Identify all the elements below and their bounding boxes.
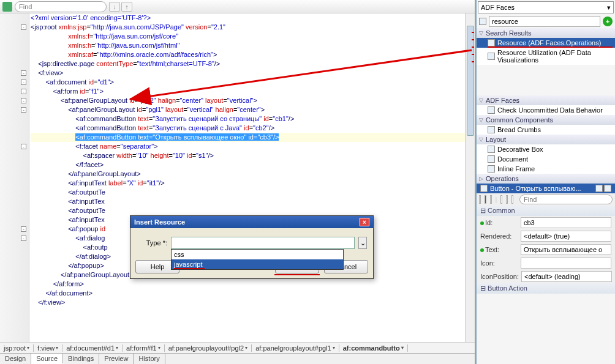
layout-header[interactable]: ▽Layout [477,135,615,144]
code-line[interactable]: <af:commandButton text="Открыть всплываю… [31,133,465,142]
code-line[interactable]: xmlns:h="http://java.sun.com/jsf/html" [31,41,465,50]
code-line[interactable]: <af:commandButton text="Запустить сценар… [31,124,465,133]
palette-item[interactable]: Bread Crumbs [477,125,615,135]
palette-item[interactable]: Resource Utilization (ADF Data Visualiza… [477,48,615,65]
code-line[interactable]: </f:view> [31,298,465,307]
tool-icon[interactable] [479,195,481,204]
code-editor[interactable]: --------- <?xml version='1.0' encoding='… [0,13,475,342]
palette-item[interactable]: Check Uncommitted Data Behavior [477,105,615,115]
code-line[interactable]: <af:outputTe [31,188,465,197]
structure-breadcrumb[interactable]: jsp:root ▾f:view ▾af:document#d1 ▾af:for… [0,342,475,353]
bottom-tab-source[interactable]: Source [31,354,63,364]
dropdown-option[interactable]: css [172,250,343,259]
property-label: Text: [480,246,518,253]
component-icon [488,39,495,46]
close-icon[interactable]: × [360,218,369,226]
code-line[interactable]: <af:outputTe [31,206,465,215]
button-action-group-header[interactable]: ⊟ Button Action [477,283,615,294]
code-line[interactable]: <af:inputTex [31,197,465,206]
property-label: IconPosition: [480,273,519,280]
breadcrumb-item[interactable]: af:document#d1 ▾ [62,344,123,352]
find-next-button[interactable]: ↑ [121,2,132,12]
code-line[interactable]: xmlns:f="http://java.sun.com/jsf/core" [31,32,465,41]
breadcrumb-item[interactable]: af:commandbutto ▾ [339,344,408,352]
code-line[interactable]: <af:inputText label="X" id="it1"/> [31,179,465,188]
find-prev-button[interactable]: ↓ [109,2,120,12]
type-combo[interactable]: cssjavascript [171,237,355,249]
palette-item[interactable]: Decorative Box [477,144,615,154]
binoculars-icon [2,2,12,12]
window-icon[interactable] [595,185,603,192]
editor-pane: ↓ ↑ --------- <?xml version='1.0' encodi… [0,0,475,364]
code-line[interactable]: xmlns:af="http://xmlns.oracle.com/adf/fa… [31,50,465,59]
search-results-header[interactable]: ▽Search Results [477,28,615,38]
binoculars-icon[interactable] [511,195,513,204]
code-line[interactable]: <?xml version='1.0' encoding='UTF-8'?> [31,13,465,23]
code-line[interactable]: <jsp:root xmlns:jsp="http://java.sun.com… [31,23,465,32]
tool-icon[interactable] [506,195,508,204]
property-row: Id: [477,216,615,229]
breadcrumb-item[interactable]: jsp:root ▾ [0,344,34,352]
common-components-list: Bread Crumbs [477,125,615,135]
bottom-tab-history[interactable]: History [134,354,165,364]
property-input[interactable] [521,258,611,269]
add-button[interactable]: + [603,17,613,26]
find-input[interactable] [15,1,107,12]
code-gutter[interactable]: --------- [0,13,29,342]
search-results-list: Resource (ADF Faces.Operations)Resource … [477,38,615,65]
palette-item[interactable]: Document [477,154,615,164]
type-dropdown[interactable]: cssjavascript [171,249,344,270]
code-line[interactable]: <af:spacer width="10" height="10" id="s1… [31,151,465,160]
breadcrumb-item[interactable]: af:form#f1 ▾ [123,344,165,352]
component-palette: ADF Faces ▾ + ▽Search Results Resource (… [475,0,615,364]
edit-icon[interactable] [500,195,502,204]
breadcrumb-item[interactable]: af:panelgrouplayout#pgl1 ▾ [252,344,339,352]
property-input[interactable] [521,231,611,242]
code-line[interactable]: <af:panelGroupLayout id="pgl2" halign="c… [31,96,465,105]
code-content[interactable]: <?xml version='1.0' encoding='UTF-8'?><j… [29,13,465,342]
adf-faces-header[interactable]: ▽ADF Faces [477,95,615,105]
freeze-icon[interactable] [490,195,492,204]
property-inspector-title: Button - Открыть всплываю... [477,184,615,193]
property-find-input[interactable] [519,195,613,204]
editor-bottom-tabs[interactable]: DesignSourceBindingsPreviewHistory [0,353,475,364]
bottom-tab-bindings[interactable]: Bindings [63,354,99,364]
layout-list: Decorative BoxDocumentInline Frame [477,144,615,174]
code-line[interactable]: <af:panelGroupLayout id="pgl1" layout="v… [31,105,465,114]
dropdown-option[interactable]: javascript [172,259,343,269]
code-line[interactable]: </af:document> [31,289,465,298]
breadcrumb-item[interactable]: f:view ▾ [34,344,62,352]
operations-header[interactable]: ▷Operations [477,174,615,184]
code-line[interactable]: </af:panelGroupLayout> [31,169,465,179]
property-label: Id: [480,219,518,226]
property-input[interactable] [521,271,612,282]
common-group-header[interactable]: ⊟ Common [477,206,615,216]
palette-item[interactable]: Inline Frame [477,164,615,174]
code-line[interactable]: </af:form> [31,280,465,289]
palette-item[interactable]: Resource (ADF Faces.Operations) [477,38,615,48]
breadcrumb-item[interactable]: af:panelgrouplayout#pgl2 ▾ [165,344,252,352]
bottom-tab-preview[interactable]: Preview [99,354,134,364]
code-line[interactable]: <f:view> [31,69,465,78]
code-line[interactable]: <af:form id="f1"> [31,87,465,96]
code-line[interactable]: <af:document id="d1"> [31,78,465,87]
vertical-scrollbar[interactable] [465,13,475,342]
code-line[interactable]: <f:facet name="separator"> [31,142,465,151]
property-label: Icon: [480,259,518,267]
component-icon [488,155,495,163]
property-input[interactable] [521,244,611,255]
palette-category-combo[interactable]: ADF Faces ▾ [478,1,614,13]
property-row: Rendered: [477,229,615,243]
pin-icon[interactable] [485,195,486,204]
common-components-header[interactable]: ▽Common Components [477,115,615,125]
code-line[interactable]: </f:facet> [31,160,465,169]
palette-search-input[interactable] [489,16,600,27]
window-icon[interactable] [604,185,611,192]
property-input[interactable] [521,217,611,228]
code-line[interactable]: <af:commandButton text="Запустить сценар… [31,114,465,124]
bottom-tab-design[interactable]: Design [0,354,31,364]
dialog-titlebar[interactable]: Insert Resource × [130,216,373,228]
type-input[interactable] [171,237,355,249]
chevron-down-icon[interactable]: ⌄ [358,237,367,249]
code-line[interactable]: <jsp:directive.page contentType="text/ht… [31,59,465,69]
